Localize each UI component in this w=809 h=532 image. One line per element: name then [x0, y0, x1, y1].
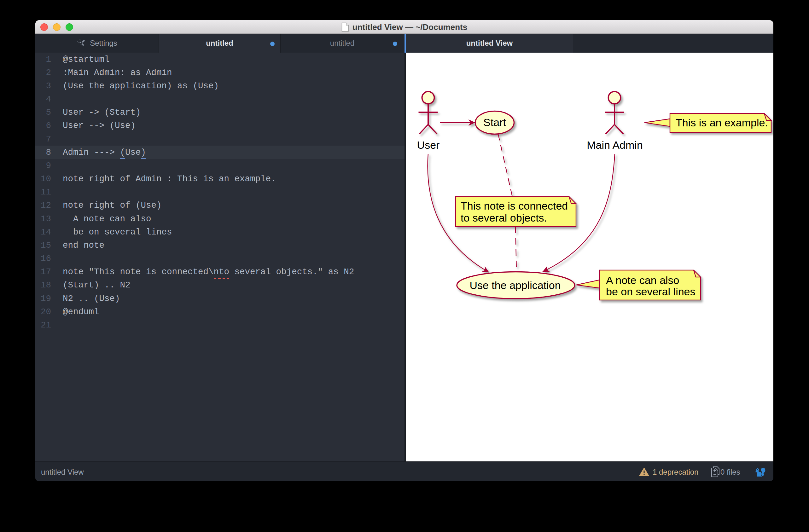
- svg-text:to several objects.: to several objects.: [461, 212, 547, 224]
- svg-text:Use the application: Use the application: [469, 279, 561, 291]
- svg-text:be on several lines: be on several lines: [606, 286, 695, 298]
- svg-text:Main Admin: Main Admin: [587, 139, 643, 151]
- svg-text:User: User: [417, 139, 440, 151]
- svg-text:Start: Start: [483, 116, 506, 128]
- svg-text:This is an example.: This is an example.: [676, 117, 768, 129]
- svg-text:A note can also: A note can also: [606, 274, 679, 286]
- svg-text:This note is connected: This note is connected: [461, 200, 568, 212]
